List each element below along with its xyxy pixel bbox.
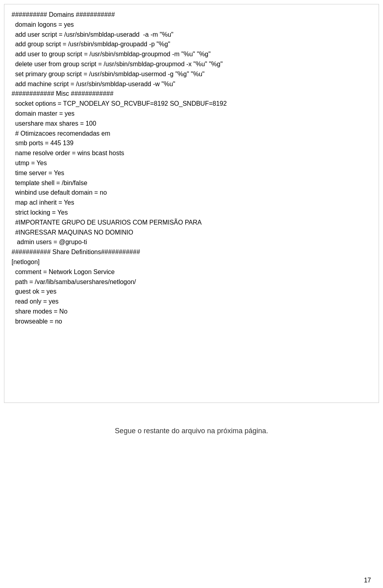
footer-text: Segue o restante do arquivo na próxima p… bbox=[0, 419, 383, 443]
page-container: ########## Domains ########### domain lo… bbox=[0, 4, 383, 588]
code-block: ########## Domains ########### domain lo… bbox=[12, 10, 371, 327]
page-number: 17 bbox=[364, 577, 371, 584]
content-box: ########## Domains ########### domain lo… bbox=[4, 4, 379, 403]
